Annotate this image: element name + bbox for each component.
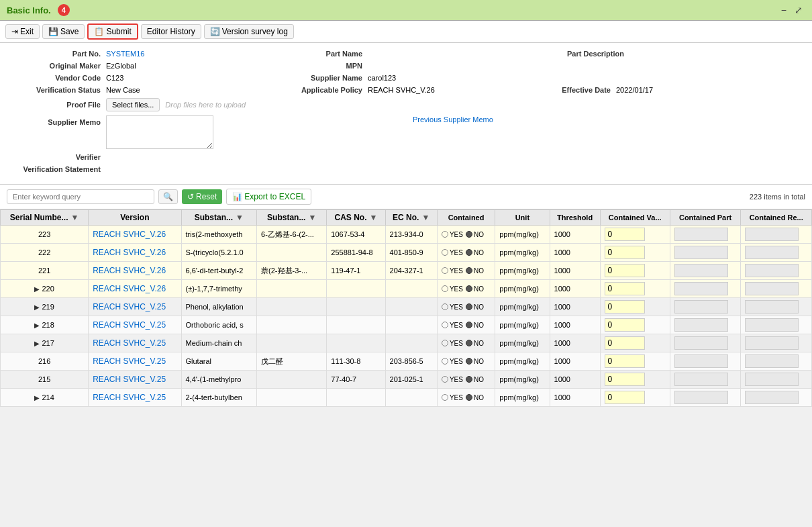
maximize-button[interactable]: ⤢ bbox=[792, 5, 805, 15]
contained-re-cell[interactable] bbox=[741, 371, 812, 389]
contained-cell[interactable]: YESNO bbox=[437, 316, 495, 334]
no-radio[interactable] bbox=[466, 376, 472, 383]
search-button[interactable]: 🔍 bbox=[158, 189, 178, 204]
yes-radio[interactable] bbox=[442, 267, 448, 274]
contained-part-cell[interactable] bbox=[670, 352, 741, 371]
contained-part-input[interactable] bbox=[674, 354, 728, 368]
contained-re-input[interactable] bbox=[745, 391, 799, 404]
contained-re-input[interactable] bbox=[745, 318, 799, 332]
contained-va-input[interactable] bbox=[605, 264, 645, 277]
contained-cell[interactable]: YESNO bbox=[437, 262, 495, 280]
contained-re-cell[interactable] bbox=[741, 244, 812, 262]
contained-part-cell[interactable] bbox=[670, 298, 741, 316]
contained-part-input[interactable] bbox=[674, 336, 728, 350]
contained-va-cell[interactable] bbox=[600, 244, 670, 262]
contained-cell[interactable]: YESNO bbox=[437, 371, 495, 389]
expand-icon[interactable]: ▶ bbox=[34, 394, 40, 401]
contained-cell[interactable]: YESNO bbox=[437, 280, 495, 298]
expand-icon[interactable]: ▶ bbox=[34, 303, 40, 311]
contained-part-cell[interactable] bbox=[670, 262, 741, 280]
contained-part-input[interactable] bbox=[674, 300, 728, 314]
contained-re-cell[interactable] bbox=[741, 226, 812, 244]
contained-va-input[interactable] bbox=[605, 354, 645, 368]
contained-part-cell[interactable] bbox=[670, 371, 741, 389]
expand-icon[interactable]: ▶ bbox=[34, 322, 40, 329]
no-radio[interactable] bbox=[466, 249, 472, 256]
contained-va-input[interactable] bbox=[605, 246, 645, 259]
contained-part-cell[interactable] bbox=[670, 226, 741, 244]
contained-va-cell[interactable] bbox=[600, 352, 670, 371]
contained-va-input[interactable] bbox=[605, 282, 645, 295]
no-radio[interactable] bbox=[466, 267, 472, 274]
contained-part-cell[interactable] bbox=[670, 316, 741, 334]
excel-export-button[interactable]: 📊 Export to EXCEL bbox=[226, 189, 311, 205]
contained-part-cell[interactable] bbox=[670, 280, 741, 298]
select-files-button[interactable]: Select files... bbox=[106, 98, 160, 111]
contained-re-cell[interactable] bbox=[741, 298, 812, 316]
no-radio[interactable] bbox=[466, 394, 472, 401]
supplier-memo-input[interactable] bbox=[106, 115, 213, 149]
yes-radio[interactable] bbox=[442, 249, 448, 256]
contained-part-cell[interactable] bbox=[670, 244, 741, 262]
yes-radio[interactable] bbox=[442, 322, 448, 328]
save-button[interactable]: 💾 Save bbox=[42, 24, 85, 39]
contained-va-cell[interactable] bbox=[600, 298, 670, 316]
contained-part-input[interactable] bbox=[674, 282, 728, 295]
contained-cell[interactable]: YESNO bbox=[437, 298, 495, 316]
contained-re-cell[interactable] bbox=[741, 389, 812, 407]
contained-va-cell[interactable] bbox=[600, 316, 670, 334]
contained-cell[interactable]: YESNO bbox=[437, 244, 495, 262]
yes-radio[interactable] bbox=[442, 231, 448, 238]
editor-history-button[interactable]: Editor History bbox=[141, 24, 201, 39]
contained-cell[interactable]: YESNO bbox=[437, 352, 495, 371]
yes-radio[interactable] bbox=[442, 340, 448, 346]
contained-part-input[interactable] bbox=[674, 373, 728, 386]
no-radio[interactable] bbox=[466, 231, 472, 238]
no-radio[interactable] bbox=[466, 285, 472, 292]
minimize-button[interactable]: − bbox=[778, 5, 789, 15]
yes-radio[interactable] bbox=[442, 376, 448, 383]
ec-filter-icon[interactable]: ▼ bbox=[421, 213, 429, 222]
substan1-filter-icon[interactable]: ▼ bbox=[236, 213, 244, 222]
contained-part-cell[interactable] bbox=[670, 389, 741, 407]
contained-part-input[interactable] bbox=[674, 228, 728, 241]
contained-re-input[interactable] bbox=[745, 354, 799, 368]
contained-re-cell[interactable] bbox=[741, 316, 812, 334]
reset-button[interactable]: ↺ Reset bbox=[182, 189, 222, 204]
substan2-filter-icon[interactable]: ▼ bbox=[308, 213, 316, 222]
expand-icon[interactable]: ▶ bbox=[34, 285, 40, 293]
contained-cell[interactable]: YESNO bbox=[437, 389, 495, 407]
contained-va-input[interactable] bbox=[605, 336, 645, 350]
version-survey-button[interactable]: 🔄 Version survey log bbox=[204, 24, 294, 39]
contained-va-input[interactable] bbox=[605, 228, 645, 241]
contained-cell[interactable]: YESNO bbox=[437, 226, 495, 244]
prev-supplier-memo-link[interactable]: Previous Supplier Memo bbox=[413, 115, 493, 124]
contained-va-input[interactable] bbox=[605, 391, 645, 404]
contained-va-cell[interactable] bbox=[600, 389, 670, 407]
no-radio[interactable] bbox=[466, 322, 472, 328]
contained-va-cell[interactable] bbox=[600, 262, 670, 280]
contained-re-input[interactable] bbox=[745, 300, 799, 314]
contained-re-input[interactable] bbox=[745, 246, 799, 259]
yes-radio[interactable] bbox=[442, 303, 448, 310]
yes-radio[interactable] bbox=[442, 358, 448, 365]
no-radio[interactable] bbox=[466, 340, 472, 346]
contained-re-input[interactable] bbox=[745, 336, 799, 350]
contained-va-cell[interactable] bbox=[600, 371, 670, 389]
contained-re-cell[interactable] bbox=[741, 280, 812, 298]
no-radio[interactable] bbox=[466, 358, 472, 365]
contained-re-cell[interactable] bbox=[741, 352, 812, 371]
search-input[interactable] bbox=[7, 189, 154, 204]
contained-va-input[interactable] bbox=[605, 300, 645, 314]
expand-icon[interactable]: ▶ bbox=[34, 340, 40, 347]
contained-re-input[interactable] bbox=[745, 373, 799, 386]
contained-re-input[interactable] bbox=[745, 282, 799, 295]
contained-re-input[interactable] bbox=[745, 228, 799, 241]
yes-radio[interactable] bbox=[442, 394, 448, 401]
contained-va-input[interactable] bbox=[605, 373, 645, 386]
serial-filter-icon[interactable]: ▼ bbox=[70, 213, 79, 222]
no-radio[interactable] bbox=[466, 303, 472, 310]
contained-va-cell[interactable] bbox=[600, 226, 670, 244]
contained-re-cell[interactable] bbox=[741, 262, 812, 280]
contained-cell[interactable]: YESNO bbox=[437, 334, 495, 352]
